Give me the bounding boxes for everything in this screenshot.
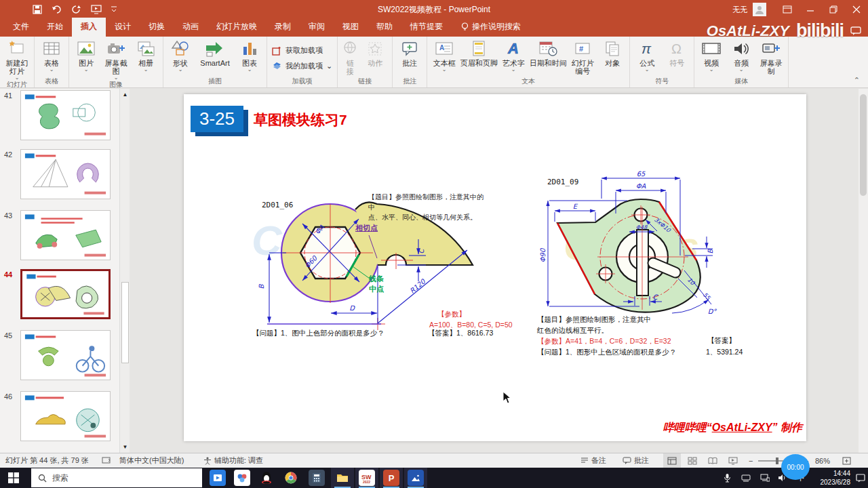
tab-home[interactable]: 开始 xyxy=(38,18,72,37)
tab-slideshow[interactable]: 幻灯片放映 xyxy=(208,18,266,37)
tray-device-icon[interactable] xyxy=(736,468,755,488)
tab-record[interactable]: 录制 xyxy=(266,18,300,37)
slide-thumbnail-45[interactable] xyxy=(20,330,111,380)
tab-file[interactable]: 文件 xyxy=(4,18,38,37)
slide-number-label: 42 xyxy=(4,150,12,159)
taskbar-app-powerpoint[interactable]: P xyxy=(380,468,403,488)
tab-design[interactable]: 设计 xyxy=(106,18,140,37)
object-button[interactable]: 对象 xyxy=(597,37,627,67)
fit-slide-button[interactable] xyxy=(842,453,851,468)
equation-button[interactable]: π 公式⌄ xyxy=(632,37,662,72)
header-footer-icon xyxy=(471,39,487,59)
audio-button[interactable]: 音频⌄ xyxy=(726,37,756,72)
notes-button[interactable]: 备注 xyxy=(580,453,606,468)
close-button[interactable] xyxy=(845,0,868,19)
slide-sorter-view-button[interactable] xyxy=(684,453,701,468)
ribbon-display-options-button[interactable] xyxy=(776,0,799,19)
action-button[interactable]: 动作 xyxy=(360,37,390,67)
slide-thumbnail-46[interactable] xyxy=(20,391,111,441)
wordart-button[interactable]: A 艺术字⌄ xyxy=(498,37,528,72)
link-button[interactable]: 链接 xyxy=(340,37,360,75)
date-time-button[interactable]: 日期和时间 xyxy=(528,37,568,67)
right-answer-label: 【答案】 xyxy=(707,336,736,346)
tell-me-search[interactable]: 操作说明搜索 xyxy=(454,18,528,37)
my-addins-button[interactable]: 我的加载项⌄ xyxy=(272,61,332,71)
avatar[interactable] xyxy=(753,3,766,16)
slide-number-icon: # xyxy=(574,39,591,59)
scroll-up-icon[interactable]: ▲ xyxy=(121,92,129,98)
tray-network-icon[interactable] xyxy=(755,468,774,488)
tab-review[interactable]: 审阅 xyxy=(300,18,334,37)
accessibility-status[interactable]: 辅助功能: 调查 xyxy=(203,453,263,468)
tab-help[interactable]: 帮助 xyxy=(368,18,401,37)
restore-button[interactable] xyxy=(822,0,845,19)
slide-thumbnail-42[interactable] xyxy=(20,149,111,199)
lightbulb-icon xyxy=(461,22,469,31)
taskbar-app-netdisk[interactable] xyxy=(231,468,254,488)
collapse-ribbon-icon[interactable]: ⌃ xyxy=(854,76,860,85)
symbol-button[interactable]: Ω 符号 xyxy=(662,37,692,67)
header-footer-button[interactable]: 页眉和页脚 xyxy=(459,37,498,67)
zoom-slider-thumb[interactable] xyxy=(776,458,778,464)
taskbar-app-solidworks[interactable]: SW2022 xyxy=(355,468,378,488)
group-links: 链接 动作 链接 xyxy=(338,37,393,87)
tab-view[interactable]: 视图 xyxy=(334,18,368,37)
slide-thumbnail-41[interactable] xyxy=(20,90,111,140)
normal-view-button[interactable] xyxy=(663,453,681,468)
svg-text:B: B xyxy=(707,248,714,253)
language-indicator[interactable]: 简体中文(中国大陆) xyxy=(119,453,184,468)
picture-button[interactable]: 图片⌄ xyxy=(71,37,101,72)
scrollbar-thumb[interactable] xyxy=(860,94,867,196)
start-button[interactable] xyxy=(0,468,27,488)
taskbar-app-video[interactable] xyxy=(206,468,229,488)
notification-center-icon[interactable] xyxy=(853,468,868,488)
taskbar-app-qq[interactable] xyxy=(255,468,278,488)
tray-mic-icon[interactable] xyxy=(717,468,736,488)
taskbar-app-explorer[interactable] xyxy=(331,468,354,488)
taskbar-app-chrome[interactable] xyxy=(279,468,302,488)
comment-button[interactable]: 批注 xyxy=(395,37,425,67)
taskbar-clock[interactable]: 14:44 2023/6/28 xyxy=(811,469,850,487)
taskbar-app-calculator[interactable] xyxy=(305,468,328,488)
tab-animations[interactable]: 动画 xyxy=(174,18,208,37)
reading-view-button[interactable] xyxy=(704,453,722,468)
scrollbar-thumb[interactable] xyxy=(121,282,129,363)
zoom-level[interactable]: 86% xyxy=(815,453,830,468)
slide-thumbnail-44[interactable] xyxy=(20,269,111,319)
left-answer: 【答案】1、8616.73 xyxy=(428,329,493,338)
thumbnail-scrollbar[interactable]: ▲ ▼ xyxy=(119,89,130,453)
right-question: 【问题】1、图形中上色区域的面积是多少？ xyxy=(537,348,676,357)
comments-button[interactable]: 批注 xyxy=(623,453,649,468)
account-name[interactable]: 无无 xyxy=(727,5,753,15)
minimize-button[interactable] xyxy=(799,0,822,19)
table-button[interactable]: 表格⌄ xyxy=(37,37,66,72)
chart-button[interactable]: 图表⌄ xyxy=(235,37,264,72)
shapes-button[interactable]: 形状⌄ xyxy=(165,37,195,72)
svg-text:A: A xyxy=(507,40,519,57)
scroll-down-icon[interactable]: ▼ xyxy=(121,444,129,450)
group-label-text: 文本 xyxy=(429,77,627,87)
slideshow-view-button[interactable] xyxy=(724,453,742,468)
slide-thumbnail-43[interactable] xyxy=(20,210,111,260)
tab-insert[interactable]: 插入 xyxy=(72,18,106,37)
new-slide-button[interactable]: 新建幻灯片⌄ xyxy=(2,37,32,80)
taskbar-search-input[interactable]: 搜索 xyxy=(31,468,202,487)
status-bar: 幻灯片 第 44 张, 共 79 张 简体中文(中国大陆) 辅助功能: 调查 备… xyxy=(0,453,868,468)
get-addins-button[interactable]: 获取加载项 xyxy=(272,45,323,56)
photo-album-button[interactable]: 相册⌄ xyxy=(131,37,161,72)
textbox-button[interactable]: A 文本框⌄ xyxy=(429,37,459,72)
smartart-button[interactable]: SmartArt xyxy=(195,37,235,67)
slide-canvas[interactable]: 3-25 草图模块练习7 CaTICs CaTICs xyxy=(184,94,806,441)
tab-storyboarding[interactable]: 情节提要 xyxy=(401,18,452,37)
screenshot-button[interactable]: 屏幕截图⌄ xyxy=(101,37,131,80)
tab-transitions[interactable]: 切换 xyxy=(140,18,174,37)
explorer-app-icon xyxy=(334,470,351,486)
screen-recording-button[interactable]: 屏幕录制 xyxy=(756,37,786,75)
display-settings-icon[interactable] xyxy=(102,453,111,468)
video-button[interactable]: 视频⌄ xyxy=(696,37,726,72)
editor-vertical-scrollbar[interactable] xyxy=(859,89,868,453)
taskbar-app-photos[interactable] xyxy=(404,468,427,488)
slide-number-button[interactable]: # 幻灯片编号 xyxy=(568,37,597,75)
zoom-out-button[interactable]: − xyxy=(749,453,753,468)
link-icon xyxy=(342,39,358,59)
